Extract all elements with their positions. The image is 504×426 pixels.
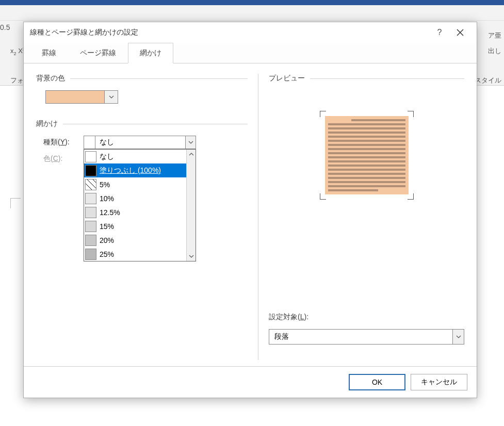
right-panel: プレビュー bbox=[258, 74, 464, 360]
shading-section-title: 網かけ bbox=[36, 119, 248, 128]
chevron-down-icon bbox=[189, 255, 194, 258]
pattern-swatch-125 bbox=[85, 207, 96, 218]
type-combo-value: なし bbox=[95, 136, 185, 149]
preview-label: プレビュー bbox=[269, 74, 305, 83]
list-item[interactable]: 20% bbox=[84, 233, 186, 247]
apply-section: 設定対象(L): 段落 bbox=[269, 313, 464, 345]
preview-line bbox=[328, 165, 405, 167]
page-margin-marker bbox=[10, 198, 21, 208]
preview-text-lines bbox=[328, 119, 405, 191]
preview-line bbox=[328, 144, 405, 146]
dialog-title: 線種とページ罫線と網かけの設定 bbox=[30, 28, 429, 37]
bg-style: スタイル bbox=[475, 76, 501, 85]
preview-line bbox=[328, 136, 405, 138]
pattern-swatch-10 bbox=[85, 193, 96, 204]
bg-color-dropdown-button[interactable] bbox=[105, 90, 118, 104]
scroll-track[interactable] bbox=[187, 159, 196, 252]
scroll-down-button[interactable] bbox=[187, 252, 196, 261]
bg-color-label: 背景の色 bbox=[36, 74, 65, 83]
help-button[interactable]: ? bbox=[429, 22, 450, 43]
scroll-up-button[interactable] bbox=[187, 150, 196, 159]
type-combo-dropdown-button[interactable] bbox=[185, 136, 196, 149]
list-item[interactable]: 10% bbox=[84, 191, 186, 205]
list-item-label: 10% bbox=[100, 194, 114, 203]
chevron-down-icon bbox=[188, 141, 193, 144]
preview-line bbox=[328, 160, 405, 162]
preview-line bbox=[328, 189, 379, 191]
preview-line bbox=[328, 185, 405, 187]
list-item-label: 20% bbox=[100, 236, 114, 244]
list-item[interactable]: 塗りつぶし (100%) bbox=[84, 163, 186, 177]
cancel-button[interactable]: キャンセル bbox=[411, 374, 467, 390]
bg-color-section-title: 背景の色 bbox=[36, 74, 248, 83]
pattern-swatch-5 bbox=[85, 179, 96, 190]
list-item[interactable]: 5% bbox=[84, 177, 186, 191]
preview-crop-mark bbox=[320, 111, 326, 117]
tab-page-borders[interactable]: ページ罫線 bbox=[68, 43, 128, 63]
preview-line bbox=[328, 152, 405, 154]
preview-line bbox=[328, 173, 405, 175]
chevron-down-icon bbox=[109, 95, 114, 99]
list-item-label: 塗りつぶし (100%) bbox=[100, 166, 161, 175]
list-item[interactable]: 15% bbox=[84, 219, 186, 233]
pattern-swatch-solid bbox=[85, 165, 96, 176]
preview-crop-mark bbox=[408, 111, 414, 117]
type-combo-swatch bbox=[84, 136, 95, 149]
preview-box bbox=[325, 116, 409, 194]
left-panel: 背景の色 網かけ 種類(Y): なし bbox=[36, 74, 258, 360]
bg-clear: ア亜 bbox=[488, 31, 501, 40]
ribbon-background bbox=[0, 0, 504, 5]
chevron-up-icon bbox=[189, 153, 194, 156]
bg-color-swatch[interactable] bbox=[45, 90, 105, 104]
close-icon bbox=[457, 29, 464, 36]
preview-crop-mark bbox=[320, 193, 326, 200]
list-item[interactable]: なし bbox=[84, 150, 186, 163]
type-label: 種類(Y): bbox=[43, 138, 84, 147]
list-item-label: 5% bbox=[100, 181, 110, 189]
apply-combo[interactable]: 段落 bbox=[269, 329, 464, 345]
dialog-tabs: 罫線 ページ罫線 網かけ bbox=[24, 43, 477, 63]
font-group-label: フォ bbox=[10, 76, 24, 85]
pattern-swatch-none bbox=[85, 151, 96, 162]
type-combo[interactable]: なし なし bbox=[84, 136, 196, 149]
preview-line bbox=[328, 132, 405, 134]
close-button[interactable] bbox=[450, 22, 470, 43]
list-item-label: 12.5% bbox=[100, 208, 120, 217]
bg-color-row bbox=[45, 90, 248, 104]
preview-line bbox=[328, 127, 405, 129]
preview-section-title: プレビュー bbox=[269, 74, 464, 83]
preview-line bbox=[328, 169, 405, 171]
type-row: 種類(Y): なし なし bbox=[43, 136, 248, 149]
pattern-swatch-15 bbox=[85, 221, 96, 232]
list-item[interactable]: 25% bbox=[84, 247, 186, 261]
preview-line bbox=[328, 148, 405, 150]
ok-button[interactable]: OK bbox=[349, 374, 405, 390]
apply-combo-value: 段落 bbox=[269, 330, 452, 344]
list-item[interactable]: 12.5% bbox=[84, 205, 186, 219]
borders-shading-dialog: 線種とページ罫線と網かけの設定 ? 罫線 ページ罫線 網かけ 背景の色 網かけ bbox=[23, 22, 477, 398]
dialog-titlebar: 線種とページ罫線と網かけの設定 ? bbox=[24, 22, 477, 43]
bg-heading: 出し bbox=[488, 46, 501, 56]
color-label: 色(C): bbox=[43, 154, 84, 163]
list-item-label: 15% bbox=[100, 222, 114, 231]
list-item-label: 25% bbox=[100, 250, 114, 258]
dropdown-scrollbar[interactable] bbox=[186, 150, 196, 261]
pattern-swatch-25 bbox=[85, 249, 96, 260]
preview-line bbox=[328, 181, 405, 183]
type-dropdown-list: なし 塗りつぶし (100%) 5% bbox=[84, 149, 196, 261]
tab-borders[interactable]: 罫線 bbox=[30, 43, 68, 63]
dialog-body: 背景の色 網かけ 種類(Y): なし bbox=[24, 63, 477, 366]
preview-crop-mark bbox=[408, 193, 414, 200]
preview-line bbox=[328, 123, 405, 125]
dialog-footer: OK キャンセル bbox=[24, 366, 477, 398]
font-size-fragment: 0.5 bbox=[0, 23, 10, 31]
preview-line bbox=[328, 156, 405, 158]
apply-combo-dropdown-button[interactable] bbox=[452, 330, 464, 344]
pattern-swatch-20 bbox=[85, 235, 96, 246]
chevron-down-icon bbox=[456, 335, 461, 338]
preview-line bbox=[328, 140, 405, 142]
list-item-label: なし bbox=[100, 152, 114, 161]
shading-label: 網かけ bbox=[36, 119, 58, 128]
ribbon-toolbar bbox=[0, 5, 504, 21]
tab-shading[interactable]: 網かけ bbox=[128, 43, 173, 63]
